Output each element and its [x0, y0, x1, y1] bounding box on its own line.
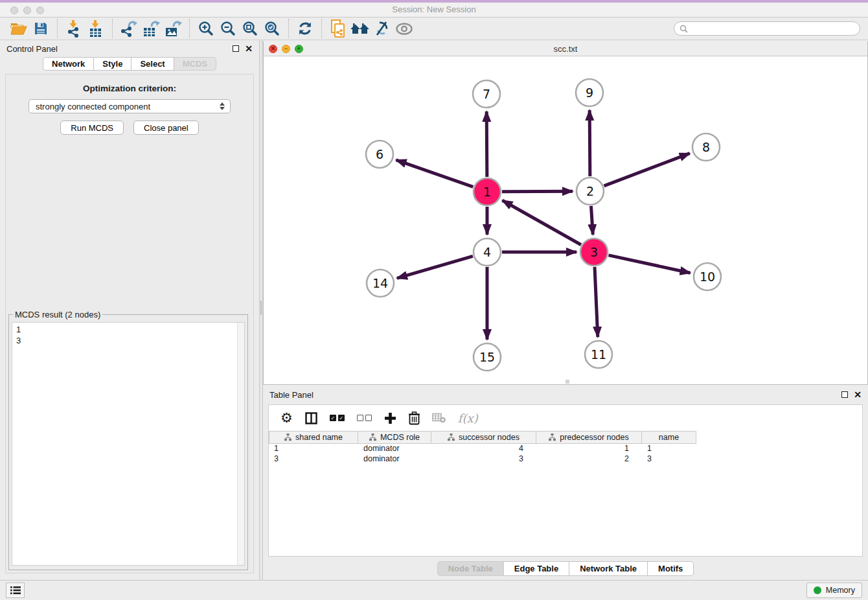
memory-button[interactable]: Memory: [806, 583, 862, 598]
network-canvas[interactable]: 7968124314101511: [264, 56, 867, 384]
import-table-icon[interactable]: [85, 18, 107, 39]
gear-icon[interactable]: ⚙: [280, 410, 293, 426]
tab-network[interactable]: Network: [43, 57, 94, 71]
result-scrollbar[interactable]: [237, 323, 244, 565]
zoom-in-icon[interactable]: [195, 18, 217, 39]
network-file-icon[interactable]: [327, 18, 349, 39]
edge-2-9[interactable]: [589, 110, 590, 176]
tab-motifs[interactable]: Motifs: [648, 561, 694, 576]
graph-node-9[interactable]: 9: [576, 79, 603, 106]
panel-splitter[interactable]: [259, 40, 263, 580]
canvas-splitter-grip[interactable]: [565, 380, 569, 384]
maximize-network-button[interactable]: +: [295, 45, 303, 53]
import-network-icon[interactable]: [63, 18, 85, 39]
show-all-icon[interactable]: [393, 18, 415, 39]
tab-select[interactable]: Select: [131, 57, 174, 71]
export-image-icon[interactable]: [162, 18, 184, 39]
splitter-grip[interactable]: [260, 301, 262, 315]
graph-node-7[interactable]: 7: [473, 80, 500, 108]
control-panel-title: Control Panel: [6, 44, 58, 54]
graph-node-14[interactable]: 14: [367, 270, 394, 297]
search-area: [674, 21, 860, 36]
column-header-successor-nodes[interactable]: successor nodes: [431, 431, 536, 444]
refresh-icon[interactable]: [294, 18, 316, 39]
svg-text:15: 15: [479, 350, 495, 364]
split-columns-icon[interactable]: [305, 412, 317, 424]
edge-1-6[interactable]: [396, 160, 473, 187]
zoom-out-icon[interactable]: [217, 18, 239, 39]
zoom-fit-icon[interactable]: [239, 18, 261, 39]
right-column: scc.txt ✕ − + 7968124314101511 Table Pan…: [263, 40, 868, 580]
graph-node-11[interactable]: 11: [585, 341, 612, 368]
graph-node-4[interactable]: 4: [474, 238, 501, 266]
task-history-button[interactable]: [6, 583, 25, 598]
svg-text:4: 4: [483, 245, 491, 259]
window-controls[interactable]: [10, 6, 44, 14]
graph-node-3[interactable]: 3: [580, 238, 608, 266]
home-icon[interactable]: [349, 18, 371, 39]
close-window-button[interactable]: [10, 6, 18, 14]
graph-node-1[interactable]: 1: [474, 178, 501, 205]
maximize-window-button[interactable]: [36, 6, 44, 14]
search-input[interactable]: [691, 24, 854, 33]
minimize-network-button[interactable]: −: [282, 45, 290, 53]
select-all-checkboxes-icon[interactable]: ✓✓: [330, 415, 345, 421]
column-header-predecessor-nodes[interactable]: predecessor nodes: [536, 431, 642, 444]
column-type-icon: [369, 433, 376, 441]
graph-node-6[interactable]: 6: [366, 141, 393, 168]
table-row[interactable]: 1dominator411: [269, 444, 862, 454]
table-content: ⚙ ✓✓: [268, 404, 863, 557]
main-toolbar: [0, 17, 868, 40]
graph-node-10[interactable]: 10: [694, 263, 721, 290]
svg-text:6: 6: [376, 147, 383, 161]
graph-node-15[interactable]: 15: [474, 343, 501, 371]
edge-3-10[interactable]: [608, 255, 690, 273]
hide-selected-icon[interactable]: [371, 18, 393, 39]
tab-edge-table[interactable]: Edge Table: [504, 561, 569, 576]
column-header-MCDS-role[interactable]: MCDS role: [358, 431, 431, 444]
edge-3-11[interactable]: [595, 267, 598, 337]
minimize-window-button[interactable]: [23, 6, 31, 14]
delete-table-icon[interactable]: [432, 413, 446, 423]
tab-mcds[interactable]: MCDS: [174, 57, 216, 71]
float-panel-icon[interactable]: [233, 45, 239, 52]
deselect-all-checkboxes-icon[interactable]: [357, 415, 372, 421]
search-field[interactable]: [674, 21, 860, 36]
edge-2-3[interactable]: [591, 206, 593, 235]
edge-2-8[interactable]: [604, 154, 690, 186]
function-builder-icon[interactable]: f(x): [458, 411, 478, 425]
tab-node-table[interactable]: Node Table: [437, 561, 504, 576]
delete-column-icon[interactable]: [409, 411, 420, 425]
network-window-controls[interactable]: ✕ − +: [269, 45, 303, 53]
edge-1-2[interactable]: [502, 191, 573, 192]
criterion-select[interactable]: strongly connected component: [29, 99, 231, 113]
export-table-icon[interactable]: [140, 18, 162, 39]
float-table-panel-icon[interactable]: [841, 391, 848, 398]
zoom-selected-icon[interactable]: [261, 18, 283, 39]
export-network-icon[interactable]: [118, 18, 140, 39]
open-session-icon[interactable]: [8, 18, 30, 39]
save-session-icon[interactable]: [30, 18, 52, 39]
column-header-shared-name[interactable]: shared name: [269, 431, 358, 444]
column-header-name[interactable]: name: [642, 431, 696, 444]
mcds-result-values: 1 3: [12, 323, 244, 347]
close-table-panel-icon[interactable]: ✕: [854, 391, 862, 398]
add-column-icon[interactable]: [384, 412, 396, 424]
edge-1-7[interactable]: [486, 111, 487, 177]
app-titlebar: Session: New Session: [0, 0, 868, 17]
edge-3-1[interactable]: [503, 200, 581, 244]
table-cell: 1: [642, 444, 696, 454]
table-row[interactable]: 3dominator323: [269, 454, 862, 465]
graph-node-2[interactable]: 2: [577, 178, 604, 205]
close-panel-icon[interactable]: ✕: [245, 45, 253, 52]
close-panel-button[interactable]: Close panel: [133, 121, 199, 135]
edge-4-14[interactable]: [397, 256, 473, 278]
close-network-button[interactable]: ✕: [269, 45, 277, 53]
tab-network-table[interactable]: Network Table: [569, 561, 648, 576]
graph-node-8[interactable]: 8: [692, 133, 720, 161]
toolbar-separator: [189, 19, 190, 38]
run-mcds-button[interactable]: Run MCDS: [60, 121, 124, 135]
column-type-icon: [448, 433, 455, 441]
tab-style[interactable]: Style: [94, 57, 131, 71]
mcds-result-textarea[interactable]: 1 3: [12, 322, 245, 566]
